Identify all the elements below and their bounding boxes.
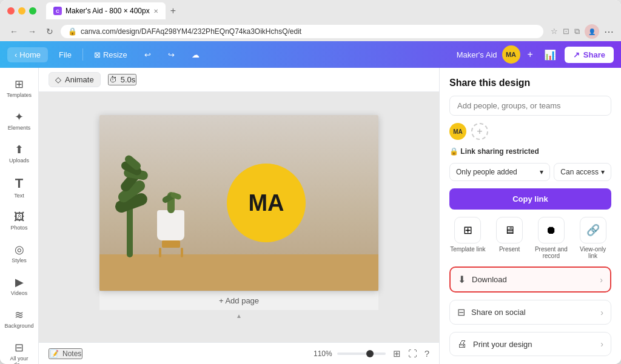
zoom-slider[interactable] — [337, 352, 386, 355]
sidebar-item-uploads[interactable]: ⬆ Uploads — [2, 138, 36, 168]
active-tab[interactable]: C Maker's Aid - 800 × 400px ✕ — [46, 2, 166, 19]
new-tab-button[interactable]: + — [168, 5, 178, 16]
user-avatar[interactable]: MA — [502, 45, 520, 64]
lock-icon: 🔒 — [68, 27, 77, 36]
add-page-button[interactable]: + Add page — [219, 296, 259, 305]
help-icon[interactable]: ? — [425, 348, 429, 359]
forward-button[interactable]: → — [25, 25, 39, 38]
sidebar-item-text[interactable]: T Text — [2, 171, 36, 204]
template-link-label: Template link — [450, 246, 485, 253]
share-social-action-row[interactable]: ⊟ Share on social › — [449, 300, 611, 325]
present-icon: 🖥 — [496, 217, 523, 243]
design-logo: MA — [227, 164, 306, 242]
fullscreen-icon[interactable]: ⛶ — [408, 348, 417, 359]
elements-icon: ✦ — [15, 110, 24, 124]
animate-label: Animate — [65, 75, 94, 84]
share-social-chevron-icon: › — [600, 308, 603, 317]
template-link-icon: ⊞ — [454, 217, 481, 243]
share-social-icon: ⊟ — [457, 306, 465, 318]
split-view-icon[interactable]: ⧉ — [574, 27, 580, 36]
share-button[interactable]: ↗ Share — [565, 47, 614, 63]
minimize-window-button[interactable] — [18, 7, 25, 15]
sidebar-item-templates[interactable]: ⊞ Templates — [2, 73, 36, 103]
can-access-dropdown[interactable]: Can access ▾ — [554, 163, 611, 181]
collapse-handle[interactable]: ▲ — [236, 313, 242, 319]
print-action-left: 🖨 Print your design — [457, 339, 532, 349]
tab-bar: C Maker's Aid - 800 × 400px ✕ + — [46, 2, 614, 19]
notes-icon: 📝 — [50, 349, 59, 358]
videos-icon: ▶ — [15, 276, 24, 289]
maximize-window-button[interactable] — [29, 7, 36, 15]
templates-label: Templates — [7, 92, 32, 98]
reload-button[interactable]: ↻ — [44, 25, 56, 38]
print-action-row[interactable]: 🖨 Print your design › — [449, 332, 611, 356]
styles-icon: ◎ — [15, 243, 24, 256]
videos-label: Videos — [11, 290, 27, 296]
browser-action-icons: ☆ ⊡ ⧉ — [551, 27, 580, 36]
uploads-label: Uploads — [9, 157, 29, 164]
share-icon: ↗ — [573, 50, 580, 59]
canvas-area: ◇ Animate ⏱ 5.0s — [39, 68, 439, 364]
back-button[interactable]: ← — [7, 25, 21, 38]
tab-close-icon[interactable]: ✕ — [153, 8, 158, 15]
resize-icon: ⊠ — [94, 50, 101, 59]
bookmark-icon[interactable]: ☆ — [551, 27, 558, 36]
elements-label: Elements — [8, 125, 31, 131]
sidebar-item-styles[interactable]: ◎ Styles — [2, 238, 36, 268]
notes-button[interactable]: 📝 Notes — [49, 348, 82, 359]
all-label: All your de... — [5, 356, 34, 364]
tab-favicon: C — [53, 7, 62, 15]
view-only-icon: 🔗 — [580, 217, 606, 243]
sidebar-item-all[interactable]: ⊟ All your de... — [2, 336, 36, 364]
sidebar-item-photos[interactable]: 🖼 Photos — [2, 206, 36, 236]
download-action-row[interactable]: ⬇ Download › — [449, 266, 611, 293]
duration-button[interactable]: ⏱ 5.0s — [108, 74, 137, 85]
people-search-input[interactable] — [449, 96, 611, 116]
add-member-button[interactable]: + — [525, 49, 535, 60]
avatar-row: MA + — [449, 123, 611, 140]
file-button[interactable]: File — [53, 47, 78, 62]
home-button[interactable]: ‹ Home — [7, 47, 48, 62]
design-text: MA — [248, 190, 284, 216]
copy-link-button[interactable]: Copy link — [449, 188, 611, 210]
present-record-option[interactable]: ⏺ Present and record — [533, 217, 570, 259]
share-panel: Share this design MA + 🔒 Link sharing re… — [439, 68, 621, 364]
design-canvas[interactable]: MA — [99, 115, 378, 291]
photos-label: Photos — [10, 225, 27, 231]
browser-more-button[interactable]: ⋯ — [604, 26, 614, 38]
text-icon: T — [15, 176, 23, 191]
resize-button[interactable]: ⊠ Resize — [88, 47, 133, 62]
analytics-button[interactable]: 📊 — [540, 49, 560, 61]
add-person-button[interactable]: + — [471, 123, 488, 140]
styles-label: Styles — [12, 257, 27, 263]
template-link-option[interactable]: ⊞ Template link — [449, 217, 486, 259]
only-people-label: Only people added — [456, 168, 517, 176]
zoom-thumb[interactable] — [366, 350, 374, 357]
share-panel-title: Share this design — [449, 78, 611, 88]
share-social-label: Share on social — [471, 308, 526, 317]
share-social-action-left: ⊟ Share on social — [457, 306, 526, 318]
browser-profile[interactable]: 👤 — [585, 24, 599, 39]
save-status-button[interactable]: ☁ — [186, 47, 206, 62]
canvas-footer: + Add page — [99, 291, 378, 310]
uploads-icon: ⬆ — [15, 143, 24, 156]
grid-view-icon[interactable]: ⊞ — [393, 348, 401, 359]
traffic-lights — [7, 7, 36, 15]
link-sharing-label: 🔒 Link sharing restricted — [449, 147, 611, 156]
present-record-icon: ⏺ — [538, 217, 565, 243]
close-window-button[interactable] — [7, 7, 15, 15]
only-people-dropdown[interactable]: Only people added ▾ — [449, 163, 550, 181]
address-bar[interactable]: 🔒 canva.com/design/DAFAq298YM4/232PhEQnQ… — [61, 25, 543, 38]
app-window: C Maker's Aid - 800 × 400px ✕ + ← → ↻ 🔒 … — [0, 0, 621, 364]
sidebar-item-background[interactable]: ≋ Background — [2, 303, 36, 334]
undo-button[interactable]: ↩ — [138, 47, 157, 62]
view-only-option[interactable]: 🔗 View-only link — [574, 217, 611, 259]
address-bar-row: ← → ↻ 🔒 canva.com/design/DAFAq298YM4/232… — [0, 22, 621, 41]
share-label: Share — [583, 50, 605, 59]
animate-button[interactable]: ◇ Animate — [49, 72, 101, 87]
redo-button[interactable]: ↪ — [162, 47, 181, 62]
extension-icon[interactable]: ⊡ — [563, 27, 569, 36]
sidebar-item-videos[interactable]: ▶ Videos — [2, 271, 36, 301]
present-option[interactable]: 🖥 Present — [491, 217, 528, 259]
sidebar-item-elements[interactable]: ✦ Elements — [2, 105, 36, 136]
